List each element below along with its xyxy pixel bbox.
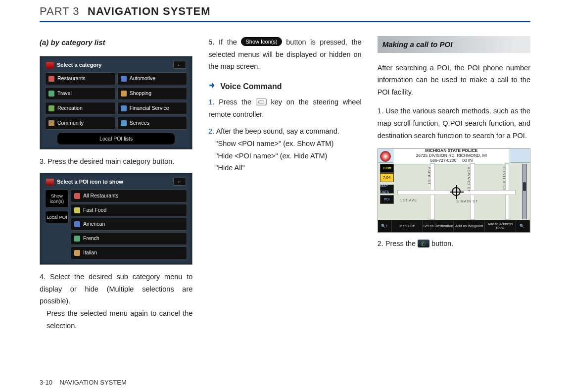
poi-icon <box>46 179 54 186</box>
add-address-book-button: Add to Address Book <box>485 220 516 232</box>
category-item: Restaurants <box>45 72 115 85</box>
poi-list-item: French <box>71 232 187 245</box>
figure-select-poi-icon: Select a POI icon to show ← Show icon(s)… <box>40 173 192 265</box>
back-icon: ← <box>173 61 186 69</box>
voice-example: "Hide All" <box>208 162 361 174</box>
voice-step-2: 2. After the beep sound, say a command. … <box>208 125 361 174</box>
category-item: Financial Service <box>117 102 188 115</box>
automotive-icon <box>121 76 127 82</box>
community-icon <box>48 120 54 126</box>
category-item: Recreation <box>45 102 115 115</box>
map-cursor-icon <box>452 187 461 196</box>
back-icon: ← <box>173 178 186 186</box>
map-data-button: MAP DATA <box>380 185 394 194</box>
zoom-in-icon: 🔍+ <box>378 220 392 232</box>
intro-text: After searching a POI, the POI phone num… <box>378 62 530 98</box>
category-item: Travel <box>45 87 115 100</box>
page-footer: 3-10 NAVIGATION SYSTEM <box>40 379 127 386</box>
map-scale: 700ft 7:04 <box>380 164 394 182</box>
local-poi-button: Local POI <box>45 211 69 223</box>
poi-button: POI <box>380 195 394 204</box>
poi-list-item: Italian <box>71 246 187 259</box>
column-2: 5. If the Show Icon(s) button is pressed… <box>208 36 361 337</box>
page-header: PART 3 NAVIGATION SYSTEM <box>40 0 530 22</box>
fastfood-icon <box>74 207 80 213</box>
financial-icon <box>121 105 127 111</box>
set-destination-button: Set as Destination <box>423 220 454 232</box>
footer-label: NAVIGATION SYSTEM <box>59 379 126 386</box>
poi-list-item: American <box>71 218 187 231</box>
category-item: Automotive <box>117 72 188 85</box>
category-item: Shopping <box>117 87 188 100</box>
map-left-buttons: MAP DATA POI <box>380 185 394 204</box>
figure-select-category: Select a category ← Restaurants Automoti… <box>40 56 192 150</box>
voice-step-1: 1. Press the key on the steering wheel r… <box>208 96 361 120</box>
map-scrollbar <box>522 164 527 219</box>
step-5: 5. If the Show Icon(s) button is pressed… <box>208 36 361 73</box>
page-number: 3-10 <box>40 379 52 386</box>
travel-icon <box>48 91 54 97</box>
poi-list-item: Fast Food <box>71 204 187 217</box>
category-item: Community <box>45 117 115 130</box>
map-address-box: MICHIGAN STATE POLICE 36725 DIVISION RD,… <box>393 148 510 164</box>
step-1: 1. Use the various search methods, such … <box>378 105 530 142</box>
subsection-heading: (a) by category list <box>40 36 192 49</box>
step-4-note: Press the selected menu again to cancel … <box>40 307 192 332</box>
shopping-icon <box>121 91 127 97</box>
italian-icon <box>74 250 80 256</box>
page-title: NAVIGATION SYSTEM <box>88 5 210 17</box>
section-title-bar: Making a call to POI <box>378 36 530 53</box>
step-2: 2. Press the button. <box>378 238 530 250</box>
figure-map-poi: MICHIGAN STATE POLICE 36725 DIVISION RD,… <box>378 148 530 233</box>
map-clock: 7:04 <box>380 173 394 182</box>
local-poi-button: Local POI lists <box>57 133 175 146</box>
category-item: Services <box>117 117 188 130</box>
voice-example: "Hide <POI name>" (ex. Hide ATM) <box>208 150 361 162</box>
map-toolbar: 🔍+ Menu Off Set as Destination Add as Wa… <box>378 220 530 232</box>
part-label: PART 3 <box>40 5 80 17</box>
french-icon <box>74 236 80 242</box>
show-icons-pill: Show Icon(s) <box>241 37 282 46</box>
recreation-icon <box>48 105 54 111</box>
figure-title: Select a category <box>46 60 102 70</box>
figure-title: Select a POI icon to show <box>46 177 123 187</box>
poi-list-item: All Restaurants <box>71 190 187 202</box>
category-icon <box>46 62 54 69</box>
show-icons-button: Show icon(s) <box>45 190 69 208</box>
column-1: (a) by category list Select a category ←… <box>40 36 192 337</box>
step-3: 3. Press the desired main category butto… <box>40 155 192 168</box>
menu-off-button: Menu Off <box>392 220 423 232</box>
column-3: Making a call to POI After searching a P… <box>378 36 530 337</box>
add-waypoint-button: Add as Waypoint <box>454 220 485 232</box>
compass-icon <box>380 151 391 162</box>
restaurant-icon <box>74 193 80 199</box>
restaurant-icon <box>48 76 54 82</box>
zoom-out-icon: 🔍− <box>516 220 530 232</box>
voice-example: "Show <POI name>" (ex. Show ATM) <box>208 138 361 150</box>
voice-command-icon <box>208 82 217 91</box>
american-icon <box>74 221 80 227</box>
talk-key-icon <box>256 98 267 105</box>
services-icon <box>121 120 127 126</box>
phone-key-icon <box>418 240 429 247</box>
map-canvas: PARK ST S MAIN ST HOWARD ST FOSTER ST 1S… <box>398 164 515 219</box>
voice-command-heading: Voice Command <box>208 80 361 93</box>
step-4: 4. Select the desired sub category menu … <box>40 271 192 332</box>
